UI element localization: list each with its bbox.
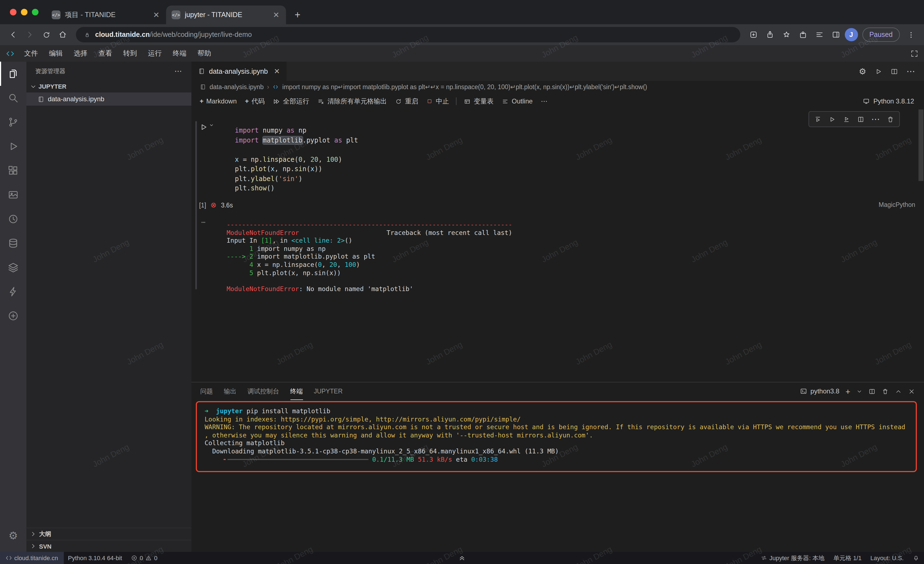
file-item-notebook[interactable]: data-analysis.ipynb [26, 92, 191, 106]
menu-list-button[interactable] [812, 27, 827, 42]
text-line: plt.ylabel('sin') [235, 174, 358, 184]
activity-preview[interactable] [0, 183, 26, 207]
browser-menu-button[interactable] [903, 27, 918, 42]
menu-item-file[interactable]: 文件 [19, 47, 43, 60]
terminal-profile-selector[interactable]: python3.8 [800, 387, 839, 395]
problems-indicator[interactable]: 0 0 [126, 552, 162, 564]
nav-forward-button[interactable] [22, 27, 38, 42]
activity-search[interactable] [0, 86, 26, 110]
activity-explorer[interactable] [0, 62, 26, 86]
execute-above-icon[interactable] [814, 115, 822, 123]
split-terminal-icon[interactable] [868, 388, 876, 395]
panel-tab-output[interactable]: 输出 [224, 382, 237, 400]
activity-database[interactable] [0, 231, 26, 255]
sidebar-section-jupyter[interactable]: JUPYTER [26, 80, 191, 92]
variables-button[interactable]: 变量表 [460, 94, 498, 108]
side-panel-button[interactable] [828, 27, 843, 42]
language-mode[interactable]: MagicPython [879, 202, 915, 208]
notifications-bell[interactable] [908, 552, 924, 564]
share-button[interactable] [762, 27, 777, 42]
cell-more-actions[interactable]: ⋯ [871, 114, 880, 124]
output-collapse-handle[interactable]: ⋯ [201, 218, 206, 226]
address-bar[interactable]: cloud.titanide.cn/ide/web/coding/jupyter… [76, 27, 740, 42]
execute-cell-icon[interactable] [828, 115, 836, 123]
activity-power[interactable] [0, 280, 26, 304]
new-tab-button[interactable]: + [290, 8, 305, 22]
clear-outputs-button[interactable]: 清除所有单元格输出 [314, 94, 391, 108]
menu-item-terminal[interactable]: 终端 [168, 47, 191, 60]
minimize-window-button[interactable] [21, 9, 27, 15]
sidebar-section-svn[interactable]: SVN [26, 540, 191, 552]
fullscreen-button[interactable] [910, 49, 918, 57]
menu-item-run[interactable]: 运行 [143, 47, 166, 60]
menu-item-view[interactable]: 查看 [93, 47, 117, 60]
activity-extensions[interactable] [0, 158, 26, 183]
editor-action-run-icon[interactable] [874, 68, 882, 75]
kernel-picker[interactable]: Python 3.8.12 [862, 98, 920, 105]
run-cell-button[interactable] [199, 123, 214, 131]
sidebar-section-outline[interactable]: 大纲 [26, 528, 191, 540]
menu-item-edit[interactable]: 编辑 [44, 47, 68, 60]
activity-apps[interactable] [0, 304, 26, 328]
close-window-button[interactable] [10, 9, 16, 15]
restart-kernel-button[interactable]: 重启 [392, 94, 422, 108]
panel-tab-problems[interactable]: 问题 [200, 382, 213, 400]
remote-indicator[interactable]: cloud.titanide.cn [0, 552, 63, 564]
bookmark-button[interactable] [778, 27, 794, 42]
breadcrumb-cell[interactable]: import numpy as np↵import matplotlib.pyp… [282, 83, 647, 91]
editor-tab-notebook[interactable]: data-analysis.ipynb ✕ [191, 62, 286, 81]
tab-close-icon[interactable]: ✕ [152, 11, 160, 19]
activity-settings[interactable]: ⚙ [0, 523, 26, 547]
close-panel-icon[interactable] [908, 388, 915, 395]
interrupt-button[interactable]: 中止 [423, 94, 453, 108]
add-markdown-button[interactable]: +Markdown [196, 95, 241, 107]
zoom-window-button[interactable] [32, 9, 39, 15]
tab-close-icon[interactable]: ✕ [272, 11, 280, 19]
run-all-button[interactable]: 全部运行 [269, 94, 313, 108]
add-code-button[interactable]: +代码 [241, 94, 268, 108]
keyboard-layout-indicator[interactable]: Layout: U.S. [866, 552, 908, 564]
jupyter-server-indicator[interactable]: Jupyter 服务器: 本地 [756, 552, 829, 564]
sidebar-more-actions[interactable]: ⋯ [174, 66, 183, 75]
restore-panel-button[interactable] [458, 552, 466, 564]
home-button[interactable] [55, 27, 70, 42]
reload-button[interactable] [39, 27, 54, 42]
execute-below-icon[interactable] [843, 115, 850, 123]
kill-terminal-icon[interactable] [882, 388, 889, 395]
scrollbar-thumb[interactable] [918, 110, 924, 181]
editor-scrollbar[interactable] [918, 110, 924, 382]
terminal[interactable]: ➜ jupyter pip install matplotlibLooking … [191, 400, 924, 552]
panel-tab-debug-console[interactable]: 调试控制台 [248, 382, 279, 400]
toolbar-more-button[interactable]: ⋯ [537, 95, 551, 107]
panel-tab-jupyter[interactable]: JUPYTER [314, 382, 343, 400]
cell-code-editor[interactable]: import numpy as npimport matplotlib.pypl… [235, 126, 358, 193]
split-cell-icon[interactable] [857, 115, 865, 123]
activity-source-control[interactable] [0, 110, 26, 134]
maximize-panel-icon[interactable] [895, 388, 902, 395]
activity-run-debug[interactable] [0, 134, 26, 158]
tab-close-icon[interactable]: ✕ [274, 67, 280, 75]
nav-back-button[interactable] [6, 27, 21, 42]
profile-avatar[interactable]: J [844, 28, 858, 41]
browser-tab-project[interactable]: </> 项目 - TITANIDE ✕ [46, 6, 166, 24]
breadcrumb-file[interactable]: data-analysis.ipynb [210, 84, 264, 90]
activity-history[interactable] [0, 207, 26, 231]
extensions-button[interactable] [795, 27, 810, 42]
menu-item-go[interactable]: 转到 [118, 47, 142, 60]
editor-action-settings[interactable]: ⚙ [859, 66, 866, 76]
reading-list-button[interactable] [746, 27, 761, 42]
new-terminal-button[interactable]: + [845, 387, 850, 396]
activity-layers[interactable] [0, 255, 26, 280]
outline-button[interactable]: Outline [498, 95, 537, 107]
paused-status-badge[interactable]: Paused [862, 27, 900, 42]
browser-tab-jupyter[interactable]: </> jupyter - TITANIDE ✕ [166, 6, 286, 24]
cell-counter[interactable]: 单元格 1/1 [829, 552, 866, 564]
menu-item-selection[interactable]: 选择 [69, 47, 92, 60]
editor-more-actions[interactable]: ⋯ [906, 66, 915, 77]
terminal-dropdown-icon[interactable] [856, 388, 862, 394]
python-interpreter[interactable]: Python 3.10.4 64-bit [63, 552, 126, 564]
panel-tab-terminal[interactable]: 终端 [290, 382, 303, 400]
menu-item-help[interactable]: 帮助 [192, 47, 216, 60]
split-editor-icon[interactable] [891, 68, 898, 75]
delete-cell-icon[interactable] [886, 115, 894, 123]
